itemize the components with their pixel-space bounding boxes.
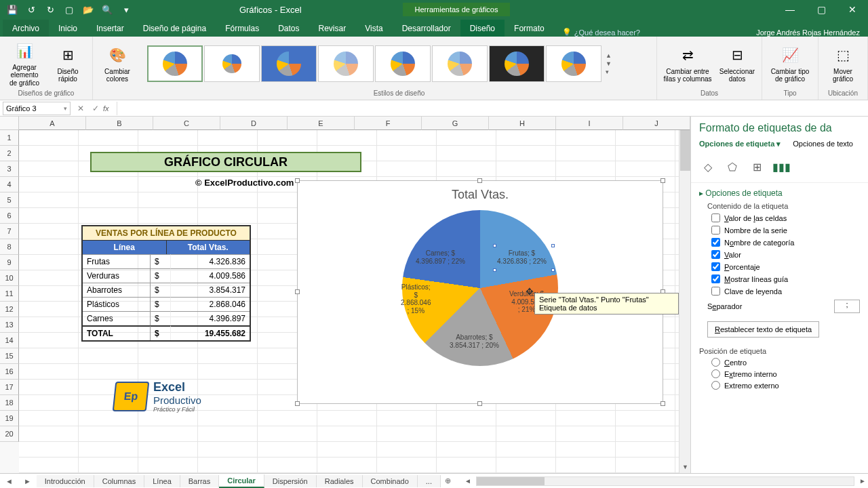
- open-icon[interactable]: 📂: [80, 2, 96, 17]
- tab-design[interactable]: Diseño: [460, 20, 505, 37]
- sheet-tab[interactable]: Barras: [180, 475, 219, 487]
- row-head[interactable]: 18: [0, 395, 19, 411]
- redo-icon[interactable]: ↻: [42, 2, 58, 17]
- tab-data[interactable]: Datos: [269, 20, 309, 37]
- row-head[interactable]: 3: [0, 161, 19, 177]
- fx-icon[interactable]: fx: [103, 104, 117, 113]
- row-head[interactable]: 10: [0, 270, 19, 286]
- col-head-A[interactable]: A: [19, 117, 86, 130]
- col-head-B[interactable]: B: [86, 117, 153, 130]
- tab-formulas[interactable]: Fórmulas: [216, 20, 269, 37]
- radio-outside-end[interactable]: Extremo externo: [711, 381, 860, 390]
- data-label-plasticos[interactable]: Plásticos; $ 2.868.046 ; 15%: [401, 283, 431, 314]
- row-head[interactable]: 9: [0, 255, 19, 270]
- close-icon[interactable]: ✕: [837, 0, 868, 19]
- row-head[interactable]: 6: [0, 208, 19, 224]
- vertical-scrollbar[interactable]: ▲ ▼: [679, 130, 690, 473]
- worksheet-grid[interactable]: A B C D E F G H I J 1 2 3 4 5 6 7 8 9 10: [0, 117, 690, 473]
- row-head[interactable]: 4: [0, 177, 19, 192]
- tab-format[interactable]: Formato: [505, 20, 554, 37]
- col-head-E[interactable]: E: [288, 117, 355, 130]
- row-head[interactable]: 7: [0, 224, 19, 239]
- size-props-icon[interactable]: ⊞: [748, 158, 766, 176]
- col-head-F[interactable]: F: [355, 117, 422, 130]
- new-sheet-icon[interactable]: ⊕: [441, 476, 456, 485]
- col-head-D[interactable]: D: [220, 117, 288, 130]
- select-data-button[interactable]: ⊟ Seleccionar datos: [717, 41, 757, 87]
- row-head[interactable]: 2: [0, 146, 19, 161]
- chart-style-1[interactable]: [147, 45, 203, 82]
- row-head[interactable]: 14: [0, 333, 19, 348]
- col-head-C[interactable]: C: [153, 117, 220, 130]
- row-head[interactable]: 11: [0, 286, 19, 302]
- check-percentage[interactable]: Porcentaje: [711, 262, 860, 271]
- reset-label-text-button[interactable]: Restablecer texto de etiqueta: [707, 321, 819, 338]
- gallery-up-icon[interactable]: ▲: [606, 52, 616, 59]
- check-series-name[interactable]: Nombre de la serie: [711, 226, 860, 235]
- qat-more-icon[interactable]: ▾: [118, 2, 134, 17]
- chart-object[interactable]: Total Vtas. Frutas; $ 4.326.836 ; 22% Ve…: [297, 180, 663, 404]
- radio-inside-end[interactable]: Extremo interno: [711, 369, 860, 378]
- check-cell-value[interactable]: Valor de las celdas: [711, 214, 860, 222]
- col-head-G[interactable]: G: [422, 117, 489, 130]
- col-head-J[interactable]: J: [623, 117, 690, 130]
- data-label-abarrotes[interactable]: Abarrotes; $ 3.854.317 ; 20%: [450, 333, 499, 349]
- check-category-name[interactable]: Nombre de categoría: [711, 238, 860, 247]
- col-head-I[interactable]: I: [556, 117, 623, 130]
- chart-style-5[interactable]: [375, 45, 431, 82]
- tab-developer[interactable]: Desarrollador: [393, 20, 460, 37]
- name-box[interactable]: Gráfico 3▾: [3, 102, 71, 115]
- label-options-icon[interactable]: ▮▮▮: [772, 158, 790, 176]
- quick-layout-button[interactable]: ⊞ Diseño rápido: [47, 41, 88, 87]
- formula-input[interactable]: [117, 102, 868, 115]
- sheet-title-cell[interactable]: GRÁFICO CIRCULAR: [90, 152, 361, 172]
- chart-style-4[interactable]: [318, 45, 374, 82]
- tab-text-options[interactable]: Opciones de texto: [793, 140, 853, 148]
- row-head[interactable]: 8: [0, 239, 19, 255]
- sheet-tab[interactable]: Combinado: [363, 475, 418, 487]
- section-label-options[interactable]: ▸ Opciones de etiqueta: [699, 188, 860, 198]
- row-head[interactable]: 16: [0, 364, 19, 380]
- row-head[interactable]: 1: [0, 130, 19, 146]
- undo-icon[interactable]: ↺: [23, 2, 39, 17]
- check-legend-key[interactable]: Clave de leyenda: [711, 287, 860, 296]
- sheet-tab[interactable]: Introducción: [37, 475, 94, 487]
- enter-formula-icon[interactable]: ✓: [88, 104, 103, 113]
- hscroll-right-icon[interactable]: ►: [857, 477, 868, 485]
- tab-file[interactable]: Archivo: [3, 20, 49, 37]
- maximize-icon[interactable]: ▢: [806, 0, 837, 19]
- scroll-down-icon[interactable]: ▼: [679, 462, 690, 473]
- minimize-icon[interactable]: —: [774, 0, 806, 19]
- switch-row-column-button[interactable]: ⇄ Cambiar entre filas y columnas: [661, 41, 714, 87]
- data-table[interactable]: VENTAS POR LÍNEA DE PRODUCTO Línea Total…: [81, 225, 251, 342]
- add-chart-element-button[interactable]: 📊 Agregar elemento de gráfico: [4, 41, 45, 87]
- chart-style-gallery[interactable]: [146, 44, 603, 83]
- row-head[interactable]: 17: [0, 380, 19, 395]
- save-icon[interactable]: 💾: [4, 2, 20, 17]
- hscroll-left-icon[interactable]: ◄: [462, 477, 473, 485]
- tab-view[interactable]: Vista: [355, 20, 392, 37]
- sheet-tab-active[interactable]: Circular: [219, 474, 264, 488]
- gallery-down-icon[interactable]: ▼: [606, 60, 616, 67]
- col-head-H[interactable]: H: [489, 117, 556, 130]
- row-head[interactable]: 15: [0, 348, 19, 364]
- tab-nav-prev-icon[interactable]: ◄: [0, 477, 18, 485]
- change-colors-button[interactable]: 🎨 Cambiar colores: [97, 41, 138, 87]
- tab-label-options[interactable]: Opciones de etiqueta ▾: [699, 140, 781, 148]
- sheet-subtitle[interactable]: © ExcelProductivo.com: [195, 178, 294, 188]
- chart-style-6[interactable]: [432, 45, 488, 82]
- separator-select[interactable]: ;: [834, 300, 860, 313]
- tab-insert[interactable]: Insertar: [87, 20, 134, 37]
- row-head[interactable]: 12: [0, 302, 19, 317]
- select-all-corner[interactable]: [0, 117, 19, 130]
- chart-style-8[interactable]: [546, 45, 601, 82]
- sheet-tab-more[interactable]: ...: [418, 475, 441, 487]
- row-head[interactable]: 20: [0, 426, 19, 442]
- user-name[interactable]: Jorge Andrés Rojas Hernández: [748, 28, 868, 37]
- chart-style-2[interactable]: [204, 45, 260, 82]
- chart-style-3[interactable]: [261, 45, 317, 82]
- scroll-thumb[interactable]: [680, 130, 690, 171]
- radio-center[interactable]: Centro: [711, 358, 860, 367]
- new-icon[interactable]: ▢: [61, 2, 77, 17]
- sheet-tab[interactable]: Dispersión: [264, 475, 317, 487]
